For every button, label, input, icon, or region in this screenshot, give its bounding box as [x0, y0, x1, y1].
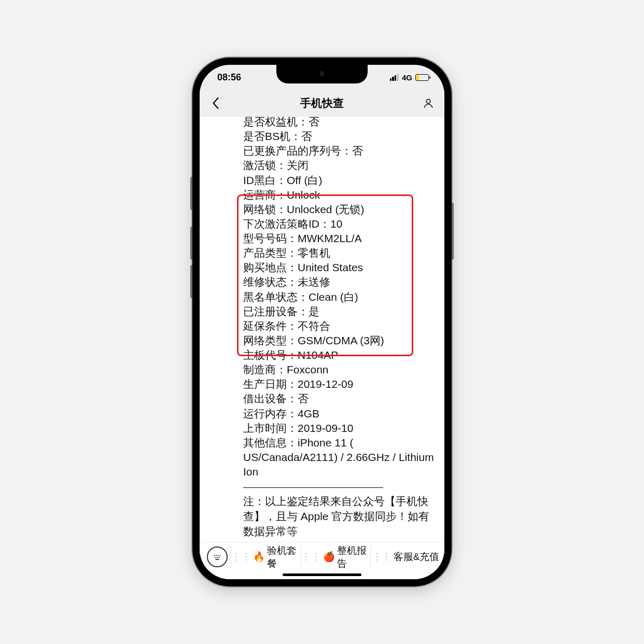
drag-icon: ⋮⋮ — [231, 551, 251, 563]
detail-row: 制造商：Foxconn — [243, 362, 434, 377]
chevron-left-icon — [212, 97, 219, 109]
detail-row: 是否BS机：否 — [243, 129, 434, 144]
signal-icon — [390, 74, 399, 81]
detail-row: 生产日期：2019-12-09 — [243, 377, 434, 391]
detail-row: 激活锁：关闭 — [243, 158, 434, 173]
apple-icon: 🍎 — [323, 551, 335, 563]
detail-row: 已注册设备：是 — [243, 304, 434, 319]
detail-row: 已更换产品的序列号：否 — [243, 144, 434, 158]
divider — [243, 487, 383, 488]
toolbar-label: 客服&充值 — [394, 550, 439, 563]
detail-row: ID黑白：Off (白) — [243, 173, 434, 188]
phone-screen: 08:56 4G 手机快查 — [200, 65, 444, 579]
detail-row: 主板代号：N104AP — [243, 348, 434, 362]
battery-icon — [415, 74, 429, 81]
svg-point-3 — [216, 555, 217, 556]
back-button[interactable] — [207, 94, 225, 112]
detail-row: 上市时间：2019-09-10 — [243, 421, 434, 436]
drag-icon: ⋮⋮ — [372, 551, 391, 563]
detail-row: 产品类型：零售机 — [243, 246, 434, 260]
toolbar-label: 整机报告 — [337, 544, 371, 570]
svg-point-7 — [217, 556, 218, 557]
detail-row: 运营商：Unlock — [243, 188, 434, 202]
svg-point-6 — [215, 556, 216, 557]
toolbar-report-button[interactable]: ⋮⋮ 🍎 整机报告 — [301, 547, 371, 567]
detail-row: 延保条件：不符合 — [243, 319, 434, 333]
keyboard-icon — [212, 551, 223, 563]
detail-row: 黑名单状态：Clean (白) — [243, 290, 434, 304]
drag-icon: ⋮⋮ — [301, 551, 321, 563]
notch — [276, 65, 368, 83]
status-right: 4G — [390, 73, 429, 82]
home-indicator[interactable] — [283, 573, 361, 576]
user-icon — [423, 97, 434, 109]
toolbar-verify-button[interactable]: ⋮⋮ 🔥 验机套餐 — [231, 547, 301, 567]
detail-row: 网络类型：GSM/CDMA (3网) — [243, 333, 434, 348]
status-time: 08:56 — [217, 72, 241, 83]
detail-row: 下次激活策略ID：10 — [243, 217, 434, 231]
content-area[interactable]: 是否权益机：否是否BS机：否已更换产品的序列号：否激活锁：关闭ID黑白：Off … — [200, 117, 444, 542]
svg-point-2 — [214, 555, 215, 556]
toolbar-support-button[interactable]: ⋮⋮ 客服&充值 — [370, 547, 440, 567]
navbar: 手机快查 — [200, 90, 444, 117]
fire-icon: 🔥 — [253, 551, 265, 563]
svg-point-5 — [219, 555, 220, 556]
detail-row: 是否权益机：否 — [243, 117, 434, 129]
footer-note: 注：以上鉴定结果来自公众号【手机快查】，且与 Apple 官方数据同步！如有数据… — [243, 494, 434, 539]
detail-row: 型号号码：MWKM2LL/A — [243, 231, 434, 246]
detail-row: 运行内存：4GB — [243, 407, 434, 421]
detail-row: 借出设备：否 — [243, 391, 434, 406]
toolbar-label: 验机套餐 — [267, 544, 301, 570]
detail-row: 网络锁：Unlocked (无锁) — [243, 202, 434, 217]
detail-row: 维修状态：未送修 — [243, 275, 434, 289]
profile-button[interactable] — [419, 94, 437, 112]
status-network: 4G — [402, 73, 412, 82]
svg-rect-9 — [215, 558, 219, 559]
detail-list: 是否权益机：否是否BS机：否已更换产品的序列号：否激活锁：关闭ID黑白：Off … — [243, 117, 434, 539]
phone-frame: 08:56 4G 手机快查 — [192, 58, 452, 586]
page-title: 手机快查 — [300, 96, 344, 110]
svg-point-8 — [219, 556, 220, 557]
svg-point-4 — [218, 555, 219, 556]
ime-button[interactable] — [207, 547, 228, 567]
svg-point-0 — [426, 99, 430, 103]
detail-row: 购买地点：United States — [243, 260, 434, 275]
detail-row: 其他信息：iPhone 11 ( US/Canada/A2111) / 2.66… — [243, 436, 434, 479]
